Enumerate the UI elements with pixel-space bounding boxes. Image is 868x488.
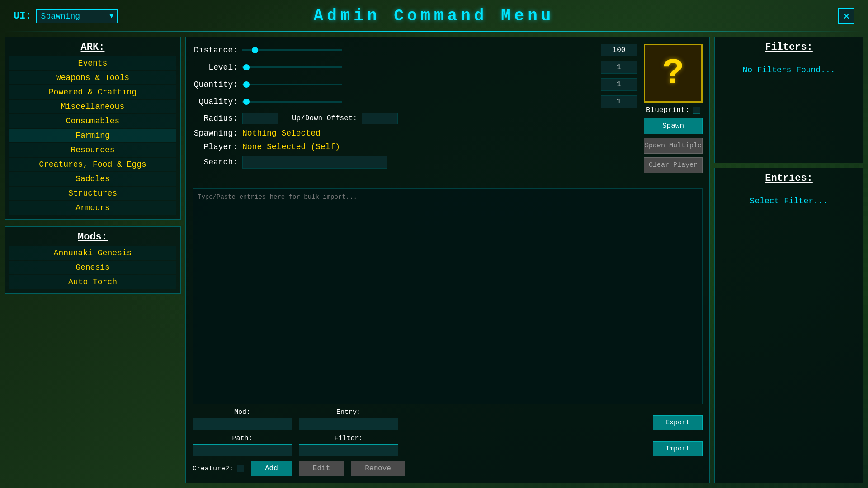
ark-item-consumables[interactable]: Consumables: [9, 114, 176, 128]
remove-button[interactable]: Remove: [351, 461, 405, 476]
spawn-multiple-button[interactable]: Spawn Multiple: [644, 138, 703, 154]
distance-slider[interactable]: [242, 49, 342, 51]
creature-checkbox[interactable]: [237, 465, 244, 472]
ark-item-powered[interactable]: Powered & Crafting: [9, 85, 176, 99]
center-panel: Distance: Level:: [185, 37, 710, 483]
add-button[interactable]: Add: [251, 461, 292, 476]
ark-section: ARK: Events Weapons & Tools Powered & Cr…: [5, 37, 181, 220]
quantity-value-input[interactable]: [601, 78, 637, 91]
ark-item-creatures[interactable]: Creatures, Food & Eggs: [9, 158, 176, 171]
spawning-value: Nothing Selected: [242, 129, 321, 138]
header: UI: Spawning ▼ Admin Command Menu ✕: [5, 5, 863, 28]
mods-title: Mods:: [9, 231, 176, 243]
quality-slider[interactable]: [242, 101, 342, 103]
quality-label: Quality:: [193, 97, 238, 106]
filters-title: Filters:: [719, 42, 859, 53]
player-row: Player: None Selected (Self): [193, 142, 637, 151]
import-button[interactable]: Import: [653, 441, 703, 456]
close-button[interactable]: ✕: [838, 8, 854, 24]
bulk-textarea[interactable]: [193, 188, 703, 404]
spawn-button[interactable]: Spawn: [644, 118, 703, 134]
blueprint-checkbox[interactable]: [693, 107, 700, 114]
spawn-controls-right: ? Blueprint: Spawn Spawn Multiple Clear …: [644, 44, 703, 173]
ui-dropdown-wrapper[interactable]: Spawning ▼: [36, 9, 118, 23]
ark-item-resources[interactable]: Resources: [9, 143, 176, 157]
item-preview-box: ?: [644, 44, 703, 103]
search-label: Search:: [193, 158, 238, 167]
select-filter-text: Select Filter...: [719, 188, 859, 215]
path-group: Path:: [193, 435, 292, 456]
level-label: Level:: [193, 63, 238, 72]
mod-label: Mod:: [193, 408, 292, 416]
quantity-row: Quantity:: [193, 78, 637, 91]
ark-title: ARK:: [9, 42, 176, 53]
creature-row: Creature?:: [193, 465, 244, 473]
clear-player-button[interactable]: Clear Player: [644, 157, 703, 173]
path-filter-row: Path: Filter: Import: [193, 435, 703, 456]
mod-entry-row: Mod: Entry: Export: [193, 408, 703, 430]
ark-item-farming[interactable]: Farming: [9, 129, 176, 142]
mod-group: Mod:: [193, 408, 292, 430]
ark-item-saddles[interactable]: Saddles: [9, 172, 176, 186]
quality-slider-container: [242, 97, 596, 106]
distance-row: Distance:: [193, 44, 637, 56]
updown-input[interactable]: [362, 113, 398, 124]
entry-group: Entry:: [299, 408, 398, 430]
filters-box: Filters: No Filters Found...: [714, 37, 863, 163]
path-label: Path:: [193, 435, 292, 442]
radius-input[interactable]: [242, 113, 278, 124]
distance-value-input[interactable]: [601, 44, 637, 56]
quantity-slider[interactable]: [242, 84, 342, 85]
filter-input[interactable]: [299, 444, 398, 456]
entries-title: Entries:: [719, 173, 859, 184]
path-input[interactable]: [193, 444, 292, 456]
mod-item-genesis[interactable]: Genesis: [9, 261, 176, 274]
blueprint-label: Blueprint:: [646, 106, 689, 114]
ui-label-area: UI: Spawning ▼: [14, 9, 118, 23]
ark-item-armours[interactable]: Armours: [9, 201, 176, 215]
left-panel: ARK: Events Weapons & Tools Powered & Cr…: [5, 37, 181, 483]
header-divider: [5, 31, 863, 32]
edit-button[interactable]: Edit: [299, 461, 344, 476]
filter-label: Filter:: [299, 435, 398, 442]
filter-group: Filter:: [299, 435, 398, 456]
entries-box: Entries: Select Filter...: [714, 168, 863, 483]
mods-menu-list: Annunaki Genesis Genesis Auto Torch: [9, 246, 176, 289]
level-value-input[interactable]: [601, 61, 637, 74]
ui-dropdown[interactable]: Spawning: [36, 9, 118, 23]
ark-item-weapons[interactable]: Weapons & Tools: [9, 71, 176, 84]
right-panel: Filters: No Filters Found... Entries: Se…: [714, 37, 863, 483]
entry-input[interactable]: [299, 418, 398, 430]
bottom-row: Creature?: Add Edit Remove: [193, 461, 703, 476]
quantity-label: Quantity:: [193, 80, 238, 89]
no-filters-text: No Filters Found...: [719, 56, 859, 84]
mod-item-autotorch[interactable]: Auto Torch: [9, 275, 176, 289]
level-slider-container: [242, 63, 596, 72]
mod-item-annunaki[interactable]: Annunaki Genesis: [9, 246, 176, 260]
radius-label: Radius:: [193, 114, 238, 123]
level-slider[interactable]: [242, 66, 342, 68]
entry-label: Entry:: [299, 408, 398, 416]
ark-item-structures[interactable]: Structures: [9, 187, 176, 200]
spawning-row: Spawning: Nothing Selected: [193, 129, 637, 138]
spawning-label: Spawning:: [193, 129, 238, 138]
updown-label: Up/Down Offset:: [292, 114, 357, 122]
export-col: Export: [653, 415, 703, 430]
mods-section: Mods: Annunaki Genesis Genesis Auto Torc…: [5, 226, 181, 294]
ark-item-misc[interactable]: Miscellaneous: [9, 100, 176, 113]
level-row: Level:: [193, 61, 637, 74]
controls-left: Distance: Level:: [193, 44, 637, 173]
export-button[interactable]: Export: [653, 415, 703, 430]
main-title: Admin Command Menu: [314, 7, 555, 25]
import-col: Import: [653, 441, 703, 456]
question-mark-icon: ?: [662, 53, 684, 94]
radius-updown-row: Radius: Up/Down Offset:: [193, 113, 637, 124]
ui-text: UI:: [14, 10, 32, 22]
ark-item-events[interactable]: Events: [9, 56, 176, 70]
search-input[interactable]: [242, 156, 387, 169]
mod-input[interactable]: [193, 418, 292, 430]
bulk-area: Mod: Entry: Export Path:: [193, 184, 703, 476]
blueprint-row: Blueprint:: [646, 106, 700, 114]
controls-area: Distance: Level:: [193, 44, 703, 180]
quality-value-input[interactable]: [601, 95, 637, 108]
